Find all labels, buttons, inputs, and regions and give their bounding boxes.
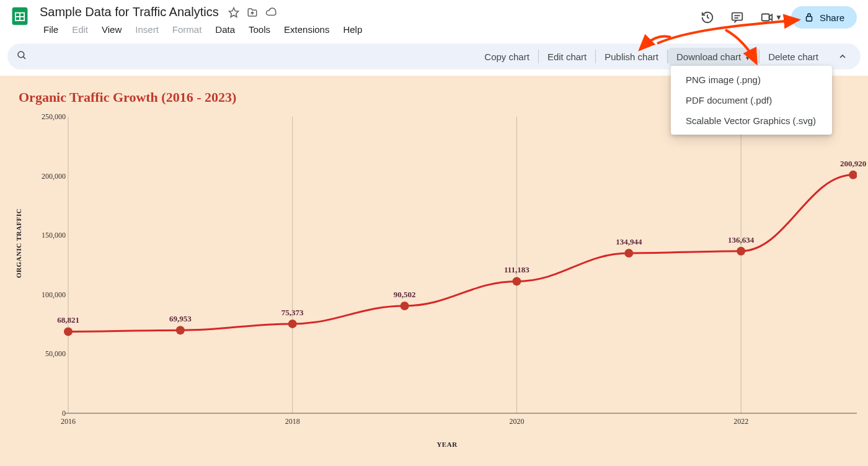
svg-marker-4	[229, 7, 238, 17]
data-point-label: 69,953	[169, 314, 192, 324]
svg-point-19	[176, 326, 185, 334]
download-option-pdf[interactable]: PDF document (.pdf)	[671, 90, 832, 110]
menu-help[interactable]: Help	[337, 22, 368, 37]
y-tick-label: 250,000	[29, 112, 66, 122]
menu-bar: FileEditViewInsertFormatDataToolsExtensi…	[37, 22, 692, 37]
svg-line-12	[24, 57, 25, 59]
svg-point-20	[288, 320, 297, 328]
download-option-svg[interactable]: Scalable Vector Graphics (.svg)	[671, 110, 832, 131]
svg-marker-9	[769, 14, 773, 20]
share-button-label: Share	[820, 12, 844, 23]
menu-file[interactable]: File	[37, 22, 64, 37]
download-option-png[interactable]: PNG image (.png)	[671, 69, 832, 90]
svg-rect-8	[762, 14, 769, 21]
chart-plot: ORGANIC TRAFFIC YEAR 050,000100,000150,0…	[37, 117, 857, 426]
meet-icon[interactable]	[756, 7, 777, 28]
doc-title-input[interactable]: Sample Data for Traffic Analytics	[37, 4, 221, 20]
svg-point-21	[401, 302, 409, 310]
chart-title: Organic Traffic Growth (2016 - 2023)	[19, 89, 236, 105]
menu-insert: Insert	[129, 22, 165, 37]
y-axis-label: ORGANIC TRAFFIC	[15, 208, 22, 278]
svg-rect-10	[806, 17, 812, 22]
publish-chart-button[interactable]: Publish chart	[596, 48, 667, 66]
star-icon[interactable]	[228, 6, 240, 19]
x-tick-label: 2018	[285, 417, 300, 426]
cloud-status-icon[interactable]	[265, 6, 277, 19]
y-tick-label: 50,000	[29, 349, 66, 359]
y-tick-label: 200,000	[29, 171, 66, 181]
share-button[interactable]: Share	[791, 6, 857, 29]
menu-format: Format	[166, 22, 208, 37]
menu-view[interactable]: View	[95, 22, 128, 37]
x-tick-label: 2022	[733, 417, 748, 426]
x-axis-label: YEAR	[436, 441, 457, 448]
data-point-label: 75,373	[281, 308, 304, 318]
data-point-label: 134,944	[616, 237, 642, 247]
svg-point-23	[624, 249, 633, 258]
download-chart-menu: PNG image (.png)PDF document (.pdf)Scala…	[671, 66, 832, 135]
x-tick-label: 2016	[61, 417, 76, 426]
svg-point-22	[512, 277, 521, 285]
collapse-toolbar-icon[interactable]	[833, 47, 852, 66]
comments-icon[interactable]	[727, 7, 748, 28]
svg-point-25	[849, 171, 857, 179]
edit-chart-button[interactable]: Edit chart	[539, 48, 595, 66]
y-tick-label: 100,000	[29, 290, 66, 299]
menu-data[interactable]: Data	[209, 22, 241, 37]
data-point-label: 68,821	[57, 315, 79, 325]
sheets-logo[interactable]	[7, 4, 32, 29]
move-icon[interactable]	[246, 6, 259, 19]
data-point-label: 90,502	[394, 290, 416, 300]
menu-extensions[interactable]: Extensions	[278, 22, 335, 37]
svg-rect-5	[732, 13, 743, 20]
meet-caret-icon[interactable]: ▼	[775, 13, 782, 22]
data-point-label: 136,634	[728, 235, 754, 245]
download-chart-button[interactable]: Download chart	[668, 48, 759, 66]
history-icon[interactable]	[697, 7, 718, 28]
menu-tools[interactable]: Tools	[242, 22, 277, 37]
svg-point-18	[64, 327, 73, 336]
delete-chart-button[interactable]: Delete chart	[760, 48, 827, 66]
svg-point-24	[737, 247, 745, 256]
svg-point-11	[18, 52, 24, 58]
doc-title-block: Sample Data for Traffic Analytics FileEd…	[37, 4, 692, 37]
search-icon[interactable]	[16, 50, 27, 63]
data-point-label: 200,920	[840, 159, 866, 169]
copy-chart-button[interactable]: Copy chart	[476, 48, 538, 66]
y-tick-label: 150,000	[29, 231, 66, 240]
app-header: Sample Data for Traffic Analytics FileEd…	[0, 0, 868, 37]
x-tick-label: 2020	[509, 417, 524, 426]
menu-edit: Edit	[66, 22, 94, 37]
y-tick-label: 0	[29, 409, 66, 418]
header-right-group: ▼ Share	[697, 4, 861, 29]
data-point-label: 111,183	[504, 265, 529, 275]
